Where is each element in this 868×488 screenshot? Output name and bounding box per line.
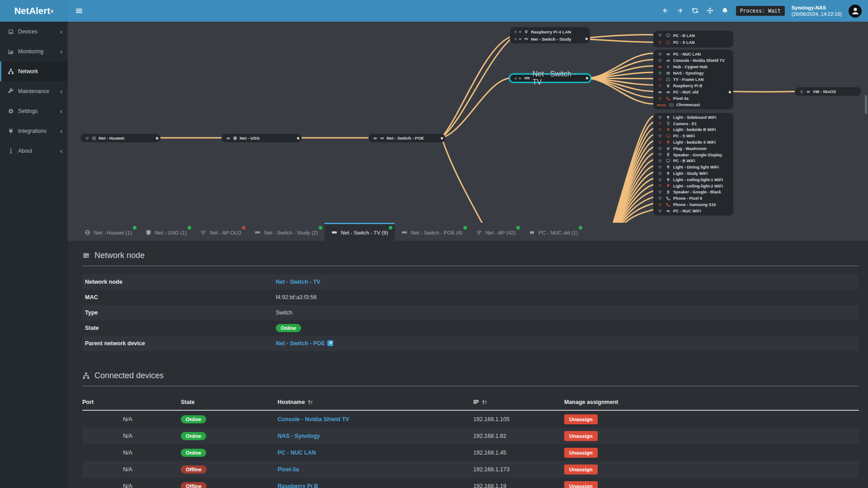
- node-connector[interactable]: [156, 137, 158, 139]
- topology-node[interactable]: Net - USG: [222, 134, 302, 142]
- topology-edge: [587, 35, 653, 38]
- nav-forward-button[interactable]: [676, 7, 684, 15]
- section-divider: [82, 266, 859, 266]
- tab-net-switch-tv-9-[interactable]: Net - Switch - TV (9): [325, 223, 395, 241]
- node-connector[interactable]: [586, 77, 588, 80]
- parent-node-link[interactable]: Net - Switch - POE: [276, 340, 325, 347]
- topology-device-row[interactable]: None Chromecast: [653, 102, 733, 108]
- topology-device-row[interactable]: PC - S WiFi: [653, 133, 733, 139]
- node-connector[interactable]: [729, 91, 731, 94]
- refresh-button[interactable]: [691, 7, 699, 15]
- app-logo[interactable]: NetAlertx: [0, 0, 68, 22]
- sidebar-toggle-button[interactable]: [74, 5, 85, 16]
- notifications-button[interactable]: [721, 7, 729, 15]
- node-connector[interactable]: [441, 137, 443, 139]
- topology-device-row[interactable]: Light - ceiling-light-1 WiFi: [653, 177, 733, 183]
- topology-device-row[interactable]: PC - S LAN: [653, 39, 733, 47]
- tab-net-switch-study-2-[interactable]: Net - Switch - Study (2): [248, 223, 325, 241]
- sidebar-item-about[interactable]: About ‹: [0, 141, 68, 161]
- topology-device-row[interactable]: Raspberry Pi B: [653, 83, 733, 89]
- topology-device-row[interactable]: PC - NUC WiFi: [653, 208, 733, 214]
- device-ip: 192.168.1.45: [473, 450, 564, 456]
- topology-device-row[interactable]: Phone - Samsung S10: [653, 202, 733, 208]
- tab-pc-nuc-old-1-[interactable]: PC - NUC old (1): [522, 223, 585, 241]
- topology-device-row[interactable]: Light - bedside B WiFi: [653, 127, 733, 133]
- unassign-button[interactable]: Unassign: [564, 414, 598, 424]
- device-hostname-link[interactable]: Raspberry Pi B: [278, 483, 318, 488]
- arrow-left-icon: [662, 7, 669, 14]
- topology-device-row[interactable]: PC - B WiFi: [653, 158, 733, 164]
- tab-net-huawei-1-[interactable]: Net - Huawei (1): [78, 223, 139, 241]
- topology-device-row[interactable]: Camera - E1: [653, 121, 733, 127]
- user-avatar[interactable]: [849, 5, 862, 18]
- topology-node-selected[interactable]: 4 Net - Switch - TV: [509, 74, 591, 83]
- sidebar-item-network[interactable]: Network: [0, 61, 68, 81]
- topology-device-row[interactable]: Light - ceiling-light-2 WiFi: [653, 183, 733, 189]
- topology-device-row[interactable]: Light - Dining light WiFi: [653, 164, 733, 170]
- topology-device-row[interactable]: Console - Nvidia Shield TV: [653, 57, 733, 64]
- topology-device-row[interactable]: PC - NUC LAN: [653, 51, 733, 57]
- topology-device-row[interactable]: Phone - Pixel 6: [653, 195, 733, 202]
- unassign-button[interactable]: Unassign: [564, 431, 598, 441]
- pan-mode-button[interactable]: [706, 7, 714, 15]
- host-timestamp: (26/06/2024, 14:22:16): [792, 11, 842, 17]
- col-header-ip[interactable]: IP: [473, 399, 564, 405]
- topology-device-row[interactable]: NAS - Synology: [653, 70, 733, 76]
- sidebar-item-maintenance[interactable]: Maintenance ‹: [0, 81, 68, 101]
- tab-net-usg-1-[interactable]: Net - USG (1): [139, 223, 193, 241]
- sidebar-item-monitoring[interactable]: Monitoring ‹: [0, 42, 68, 61]
- wifi-icon: [658, 71, 662, 75]
- col-header-hostname[interactable]: Hostname: [278, 399, 473, 405]
- topology-device-row[interactable]: Light - bedside S WiFi: [653, 139, 733, 145]
- topology-node[interactable]: Net - Switch - POE: [368, 134, 445, 142]
- nav-back-button[interactable]: [661, 7, 670, 15]
- topology-device-row[interactable]: Speaker - Google - Black: [653, 189, 733, 196]
- sidebar-item-integrations[interactable]: Integrations ‹: [0, 121, 68, 141]
- topology-device-row[interactable]: Plug - Washroom: [653, 145, 733, 152]
- topology-node[interactable]: VM - NixOS: [795, 87, 861, 96]
- topology-device-row[interactable]: Light - Sideboard WiFi: [653, 114, 733, 121]
- topology-device-row[interactable]: Speaker - Google Display: [653, 152, 733, 158]
- topology-canvas[interactable]: Net - Huawei Net - USG Net - Switch - PO…: [68, 22, 868, 223]
- device-hostname-link[interactable]: PC - NUC LAN: [278, 450, 316, 456]
- topology-node[interactable]: Net - Huawei: [80, 134, 160, 142]
- wifi-icon: [658, 52, 662, 56]
- topology-node[interactable]: 3 Net - Switch - Study: [510, 35, 590, 42]
- info-label: Type: [82, 310, 276, 316]
- sidebar-item-settings[interactable]: Settings ‹: [0, 101, 68, 121]
- topology-device-row[interactable]: PC - NUC old: [653, 89, 733, 95]
- topology-device-row[interactable]: Hub - Cygnet Hub: [653, 64, 733, 70]
- device-hostname-link[interactable]: Console - Nvidia Shield TV: [278, 416, 349, 422]
- wifi-icon: [658, 183, 662, 188]
- topology-device-row[interactable]: PC - B LAN: [653, 32, 733, 39]
- wifi-icon: [658, 77, 662, 82]
- node-link[interactable]: Net - Switch - TV: [276, 279, 321, 285]
- phone-icon: [666, 202, 670, 207]
- unassign-button[interactable]: Unassign: [564, 448, 598, 458]
- topology-device-row[interactable]: Light - Study WiFi: [653, 170, 733, 177]
- host-name: Synology-NAS: [792, 5, 842, 11]
- node-connector[interactable]: [297, 137, 299, 139]
- device-hostname-link[interactable]: NAS - Synology: [278, 433, 320, 439]
- device-hostname-link[interactable]: Pixel-3a: [278, 466, 299, 473]
- tab-net-ap-42-[interactable]: Net - AP (42): [469, 223, 522, 241]
- sidebar-item-label: About: [18, 148, 60, 154]
- topology-device-row[interactable]: Pixel-3a: [653, 95, 733, 102]
- tab-net-switch-poe-4-[interactable]: Net - Switch - POE (4): [395, 223, 469, 241]
- topology-node-stack[interactable]: 5 Raspberry Pi 4 LAN 3 Net - Switch - St…: [510, 27, 590, 43]
- node-connector[interactable]: [585, 38, 588, 40]
- wifi-icon: [658, 121, 662, 126]
- switch-icon: [380, 136, 384, 141]
- topology-device-row[interactable]: TV - Frame LAN: [653, 76, 733, 83]
- state-badge-online: Online: [276, 324, 301, 332]
- wifi-icon: [658, 146, 662, 151]
- sidebar-item-devices[interactable]: Devices ‹: [0, 22, 68, 42]
- unassign-button[interactable]: Unassign: [564, 465, 598, 474]
- scrollbar-thumb[interactable]: [865, 95, 867, 114]
- tab-net-ap-old[interactable]: Net - AP OLD: [193, 223, 248, 241]
- topology-node[interactable]: 5 Raspberry Pi 4 LAN: [510, 28, 590, 35]
- device-table-row: N/A Online PC - NUC LAN 192.168.1.45 Una…: [82, 444, 859, 461]
- wifi-icon: [658, 152, 662, 157]
- device-label: Light - Sideboard WiFi: [673, 115, 716, 120]
- unassign-button[interactable]: Unassign: [564, 481, 598, 488]
